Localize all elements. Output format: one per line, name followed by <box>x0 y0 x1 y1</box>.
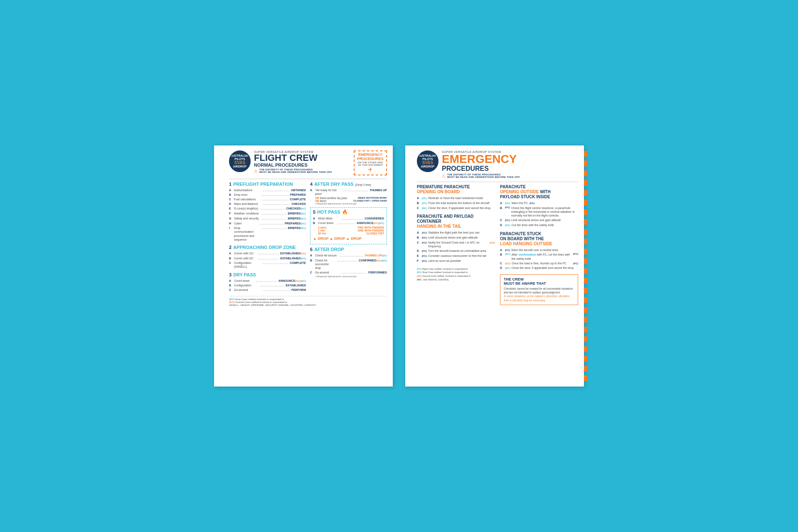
section4-header: 4 AFTER DRY PASS (Drop Crew) <box>310 182 387 187</box>
check-item: A Authorisations OBTAINED <box>229 188 306 192</box>
check-item: B (DC) After confirmation with FC, cut t… <box>500 253 578 260</box>
check-item: A "All ready for hot pass" THUMBS UP <box>310 188 387 196</box>
bullet-note: • Required adjustments communicate <box>310 202 387 205</box>
emerg-body-cols: PREMATURE PARACHUTEOPENING ON BOARD A (D… <box>417 185 578 305</box>
page1-header: AUSTRALIAN PILOTS SVAS AIRDROP SUPER VER… <box>229 150 387 175</box>
emerg-left-col: PREMATURE PARACHUTEOPENING ON BOARD A (D… <box>417 185 495 305</box>
section1-header: 1 PREFLIGHT PREPARATION <box>229 182 306 187</box>
emerg-right-col: PARACHUTEOPENING OUTSIDE WITHPAYLOAD STU… <box>500 185 578 305</box>
page1-footer: {DC} Drop Crew notified involved or resp… <box>229 296 387 306</box>
emergency-sub: PROCEDURES <box>442 165 578 172</box>
check-item: B Check for successful drop CONFIRMED (G… <box>310 259 387 270</box>
section4-title: AFTER DRY PASS <box>314 182 354 187</box>
bullet-note: • Required adjustments communicate <box>310 275 387 278</box>
check-item: H Cabin PREPARED (DC) <box>229 222 306 226</box>
section4-num: 4 <box>310 182 313 187</box>
section6-num: 6 <box>310 247 313 252</box>
header-divider <box>229 179 387 179</box>
right-column: 4 AFTER DRY PASS (Drop Crew) A "All read… <box>310 182 387 293</box>
parachute-tail-section: PARACHUTE AND PAYLOAD CONTAINERHANGING I… <box>417 214 495 263</box>
hot-pass-box: 5 HOT PASS 🔥 A Wind offset CONSIDERED B <box>310 207 387 244</box>
premature-parachute-section: PREMATURE PARACHUTEOPENING ON BOARD A (D… <box>417 185 495 210</box>
emergency-title: EMERGENCY <box>442 153 578 165</box>
check-item: A (FC) Stabilize the flight path the bes… <box>417 231 495 235</box>
check-item: D (DC) Cut the lines with the safety kni… <box>500 223 578 227</box>
check-item: A (DC) Warn the FC (FC) <box>500 201 578 205</box>
emerg-box-sub: ON THE OTHER SIDEOF THIS DOCUMENT <box>357 161 384 166</box>
check-item: B Comm with DC ESTABLISHED (DC) <box>229 256 306 261</box>
check-item: A Comm with GC ESTABLISHED (GC) <box>229 251 306 256</box>
emerg-box-title: EMERGENCYPROCEDURES <box>357 153 384 161</box>
page2-header: AUSTRALIAN PILOTS SVAS AIRDROP SUPER VER… <box>417 150 578 178</box>
check-item: F (FC) Land as soon as possible <box>417 259 495 263</box>
body-columns: 1 PREFLIGHT PREPARATION A Authorisations… <box>229 182 387 293</box>
crew-aware-text: Checklists cannot be created for all con… <box>504 287 574 302</box>
check-item: C Configuration (HASELL) COMPLETE <box>229 261 306 268</box>
section2-header: 2 APPROACHING DROP ZONE <box>229 245 306 250</box>
check-item: I Drop communication procedures and sequ… <box>229 226 306 241</box>
left-column: 1 PREFLIGHT PREPARATION A Authorisations… <box>229 182 306 293</box>
page-emergency-procedures: AUSTRALIAN PILOTS SVAS AIRDROP SUPER VER… <box>405 145 584 387</box>
warning-text-2: THE ENTIRETY OF THESE PROCEDURESMUST BE … <box>447 173 520 178</box>
parachute-opening-outside-section: PARACHUTEOPENING OUTSIDE WITHPAYLOAD STU… <box>500 185 578 227</box>
section6-header: 6 AFTER DROP <box>310 247 387 252</box>
crew-aware-box: THE CREWMUST BE AWARE THAT Checklists ca… <box>500 274 578 305</box>
check-item: E (FC) Consider cautious manouverer to f… <box>417 254 495 258</box>
section2-title: APPROACHING DROP ZONE <box>233 245 296 250</box>
check-item: B (FC) Check the flight control reaction… <box>500 206 578 217</box>
check-item: C (GC) Once the load is free, thumbs up … <box>500 261 578 266</box>
header-divider-2 <box>417 182 578 182</box>
drop-line: ▲ DROP ▲ DROP ▲ DROP <box>313 236 384 241</box>
flight-crew-title: FLIGHT CREW <box>254 153 350 163</box>
check-item: F Weather conditions BRIEFED (DC) <box>229 212 306 216</box>
premature-parachute-title: PREMATURE PARACHUTEOPENING ON BOARD <box>417 185 495 195</box>
check-item: C Fuel calculations COMPLETE <box>229 197 306 201</box>
check-item: D Mass and Balance CHECKED <box>229 202 306 206</box>
left-binding <box>207 145 214 387</box>
page-normal-procedures: AUSTRALIAN PILOTS SVAS AIRDROP SUPER VER… <box>214 145 393 387</box>
emerg-footer: (FC) Flight Crew notified, involved or r… <box>417 267 495 282</box>
check-item: C Go-around PERFORM <box>229 288 306 292</box>
section3-num: 3 <box>229 272 232 277</box>
section3-title: DRY PASS <box>233 272 256 277</box>
check-item: B (DC) Push the load towards the bottom … <box>417 201 495 205</box>
page1-content: AUSTRALIAN PILOTS SVAS AIRDROP SUPER VER… <box>214 145 393 312</box>
warning-bar-2: ⚠ THE ENTIRETY OF THESE PROCEDURESMUST B… <box>442 173 578 178</box>
svas-logo-2: AUSTRALIAN PILOTS SVAS AIRDROP <box>417 150 438 172</box>
sub-item: OR Abort CLOSED FIST / OPEN HAND <box>310 200 387 202</box>
check-item: A (FC) Steer the aircraft over a neutral… <box>500 248 578 252</box>
fire-icon: 🔥 <box>342 209 348 215</box>
check-item: B (FC) Limit structural stress and gain … <box>417 236 495 240</box>
svas-logo: AUSTRALIAN PILOTS SVAS AIRDROP <box>229 150 251 172</box>
check-item: C (DC) Close the door, if applicable and… <box>417 206 495 210</box>
section2-num: 2 <box>229 245 232 250</box>
parachute-stuck-section: PARACHUTE STUCKON BOARD WITH THELOAD HAN… <box>500 232 578 271</box>
warning-text: THE ENTIRETY OF THESE PROCEDURESMUST BE … <box>259 168 332 173</box>
page1-header-text: SUPER VERSATILE AIRDROP SYSTEM FLIGHT CR… <box>254 150 350 173</box>
pages-container: AUSTRALIAN PILOTS SVAS AIRDROP SUPER VER… <box>214 145 584 387</box>
section1-title: PREFLIGHT PREPARATION <box>233 182 293 187</box>
check-item: D (FC) Turn the aircraft towards an unin… <box>417 249 495 253</box>
check-item: E D-Line(s) length(s) CHECKED (DC) <box>229 207 306 211</box>
countdown-items: 2 minsTWO WITH FINGERS 1 minONE WITH FIN… <box>313 226 384 235</box>
page2-header-text: SUPER VERSATILE AIRDROP SYSTEM EMERGENCY… <box>442 150 578 178</box>
check-item: B Drop zone PREPARED <box>229 193 306 197</box>
parachute-tail-title: PARACHUTE AND PAYLOAD CONTAINERHANGING I… <box>417 214 495 229</box>
check-item: A (DC) Restrain or have the load restrai… <box>417 196 495 200</box>
section6-title: AFTER DROP <box>314 247 344 252</box>
sub-item: OR Need another dry pass INDEX ROTATION … <box>310 197 387 200</box>
check-item: B Count down ANNOUNCE (GC) (DC) <box>313 221 384 225</box>
section1-num: 1 <box>229 182 232 187</box>
emergency-arrow-icon: ✈ <box>357 166 384 173</box>
warning-icon-2: ⚠ <box>442 174 446 178</box>
check-item: C Go-around PERFORMED <box>310 271 387 274</box>
warning-bar: ⚠ THE ENTIRETY OF THESE PROCEDURESMUST B… <box>254 168 350 173</box>
normal-procedures-label: NORMAL PROCEDURES <box>254 163 350 167</box>
check-item: C (FC) Notify the Ground Crew and / or A… <box>417 241 495 248</box>
right-binding <box>584 145 588 387</box>
crew-aware-title: THE CREWMUST BE AWARE THAT <box>504 277 574 286</box>
check-item: C (FC) Limit structural stress and gain … <box>500 218 578 222</box>
warning-icon: ⚠ <box>254 169 258 173</box>
parachute-opening-outside-title: PARACHUTEOPENING OUTSIDE WITHPAYLOAD STU… <box>500 185 578 200</box>
check-item: A Wind offset CONSIDERED <box>313 217 384 220</box>
